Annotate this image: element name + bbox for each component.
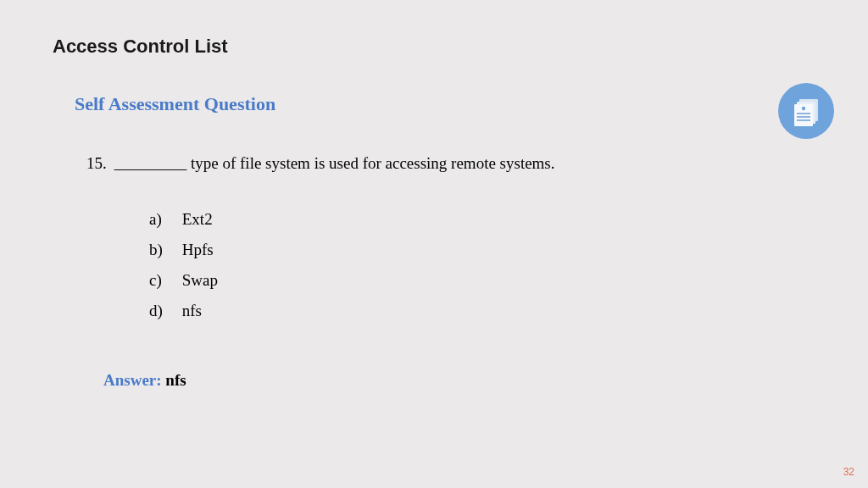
- options-list: a) Ext2 b) Hpfs c) Swap d) nfs: [149, 210, 218, 332]
- slide-title: Access Control List: [53, 36, 228, 58]
- option-letter: a): [149, 210, 178, 229]
- answer-row: Answer: nfs: [103, 371, 186, 390]
- svg-rect-4: [797, 113, 810, 114]
- answer-value: nfs: [165, 371, 186, 389]
- option-text: nfs: [182, 302, 202, 319]
- slide-subtitle: Self Assessment Question: [75, 93, 275, 115]
- option-d: d) nfs: [149, 302, 218, 320]
- option-text: Hpfs: [182, 241, 214, 258]
- answer-label: Answer:: [103, 371, 165, 389]
- svg-rect-5: [797, 116, 810, 118]
- question-text: 15. _________ type of file system is use…: [86, 154, 555, 173]
- svg-point-3: [802, 107, 805, 110]
- option-text: Ext2: [182, 210, 213, 228]
- question-number: 15.: [86, 154, 110, 173]
- page-number: 32: [843, 466, 854, 478]
- option-letter: d): [149, 302, 178, 320]
- option-letter: b): [149, 241, 178, 259]
- option-b: b) Hpfs: [149, 241, 218, 259]
- question-body: _________ type of file system is used fo…: [114, 154, 555, 172]
- option-text: Swap: [182, 271, 218, 289]
- option-letter: c): [149, 271, 178, 290]
- document-stack-icon: [778, 83, 834, 139]
- option-c: c) Swap: [149, 271, 218, 290]
- svg-rect-6: [797, 119, 810, 121]
- option-a: a) Ext2: [149, 210, 218, 229]
